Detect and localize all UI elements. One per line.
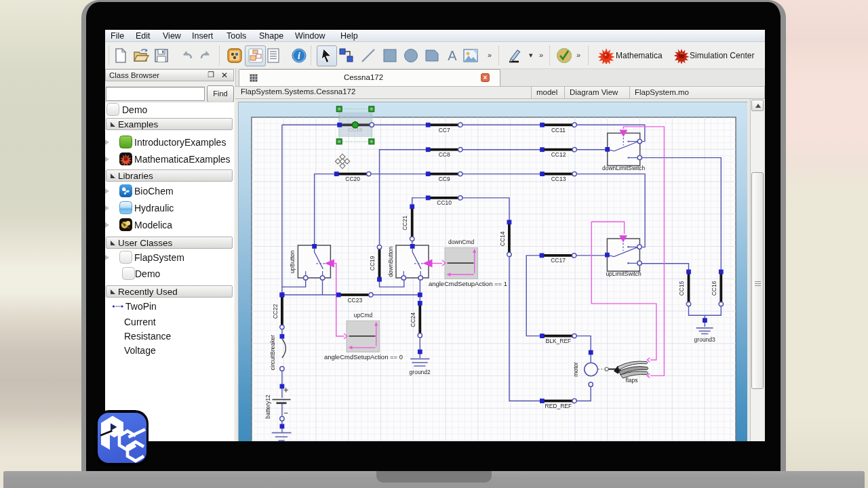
svg-text:i: i: [298, 51, 300, 61]
svg-text:CC24: CC24: [410, 312, 416, 327]
svg-text:CC23: CC23: [347, 297, 362, 304]
svg-text:CC11: CC11: [551, 127, 566, 134]
svg-text:upLimitSwitch: upLimitSwitch: [606, 270, 642, 277]
svg-text:CC19: CC19: [369, 256, 376, 270]
svg-text:A: A: [448, 48, 457, 63]
svg-text:CC13: CC13: [551, 176, 566, 182]
svg-text:downLimitSwitch: downLimitSwitch: [602, 165, 646, 171]
svg-text:ground2: ground2: [410, 369, 431, 375]
svg-text:CC10: CC10: [437, 199, 452, 206]
svg-text:circuitBreaker: circuitBreaker: [269, 335, 276, 370]
svg-text:CC20: CC20: [345, 176, 360, 182]
svg-text:motor: motor: [572, 362, 579, 377]
svg-text:flaps: flaps: [626, 377, 638, 384]
svg-text:upCmd: upCmd: [354, 312, 373, 319]
svg-text:battery12: battery12: [264, 394, 271, 419]
svg-text:CC19: CC19: [349, 127, 363, 133]
svg-text:CC15: CC15: [678, 281, 685, 296]
svg-text:CC22: CC22: [272, 304, 279, 319]
svg-text:RED_REF: RED_REF: [545, 403, 572, 409]
svg-text:angleCmdSetupAction == 1: angleCmdSetupAction == 1: [429, 280, 507, 287]
svg-text:CC16: CC16: [711, 281, 717, 296]
svg-text:CC12: CC12: [551, 151, 566, 158]
svg-text:CC14: CC14: [499, 231, 506, 246]
svg-text:CC17: CC17: [551, 257, 566, 264]
svg-text:CC8: CC8: [439, 151, 450, 158]
svg-text:CC9: CC9: [439, 176, 450, 182]
svg-text:CC7: CC7: [439, 127, 450, 134]
svg-text:angleCmdSetupAction == 0: angleCmdSetupAction == 0: [324, 353, 403, 361]
svg-text:upButton: upButton: [289, 250, 296, 273]
svg-text:ground3: ground3: [694, 336, 715, 343]
svg-text:downCmd: downCmd: [448, 239, 475, 245]
svg-text:downButton: downButton: [387, 246, 394, 277]
svg-text:CC21: CC21: [401, 216, 408, 230]
svg-text:BLK_REF: BLK_REF: [546, 338, 572, 344]
